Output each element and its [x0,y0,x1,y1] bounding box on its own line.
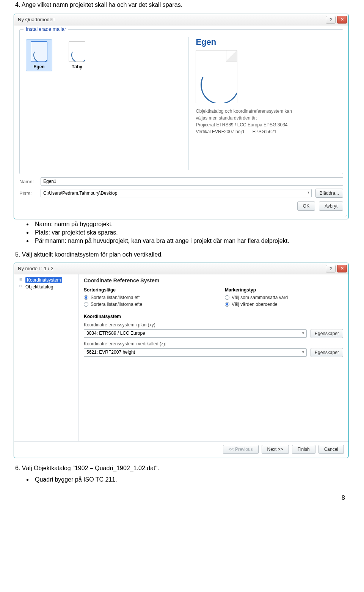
wizard-main-panel: Coordinate Reference System Sorteringslä… [78,274,348,441]
bullet-item: Quadri bygger på ISO TC 211. [33,476,349,483]
wizard-sidebar-tree: Koordinatsystem Objektkatalog [14,274,78,441]
template-preview-panel: Egen Objektkatalog och koordinatreferens… [188,37,339,170]
dialog-titlebar: Ny Quadrimodell ? ✕ [14,14,348,25]
new-quadrimodel-dialog: Ny Quadrimodell ? ✕ Installerade mallar … [14,14,349,219]
preview-title: Egen [196,37,339,47]
coord-section-heading: Koordinatsystem [84,314,343,319]
mark-option-2[interactable]: Välj värden oberoende [225,302,343,307]
panel-heading: Coordinate Reference System [84,277,343,283]
finish-button[interactable]: Finish [292,445,315,454]
sort-mode-label: Sorteringsläge [84,287,202,293]
z-properties-button[interactable]: Egenskaper [311,348,343,357]
step-5-text: 5. Välj aktuellt koordinatsystem för pla… [15,251,349,258]
name-label: Namn: [19,179,37,184]
preview-icon [196,50,237,103]
dialog-title: Ny modell : 1 / 2 [18,266,53,271]
template-item-taby[interactable]: Täby [64,39,90,71]
sort-option-1[interactable]: Sortera listan/listorna eft [84,295,202,300]
template-item-egen[interactable]: Egen [26,39,52,71]
template-label: Egen [33,64,44,69]
previous-button: << Previous [223,445,259,454]
step-6-text: 6. Välj Objektkatalog "1902 – Quadri_190… [15,465,349,472]
page-number: 8 [23,494,349,501]
mark-option-1[interactable]: Välj som sammansatta värd [225,295,343,300]
bullet-item: Pärmnamn: namn på huvudprojekt, kan vara… [33,238,349,244]
template-list: Egen Täby [24,37,182,170]
preview-desc: Objektkatalog och koordinatreferenssyste… [196,108,339,115]
template-label: Täby [72,64,82,69]
new-model-dialog: Ny modell : 1 / 2 ? ✕ Koordinatsystem Ob… [14,263,349,458]
tree-item-coordinate-system[interactable]: Koordinatsystem [20,277,76,283]
browse-button[interactable]: Bläddra... [315,189,343,198]
bullet-item: Namn: namn på byggprojekt. [33,221,349,228]
template-thumb-icon [69,41,85,62]
xy-label: Koordinatreferenssystem i plan (xy): [84,322,343,327]
close-button[interactable]: ✕ [337,265,347,272]
dialog-title: Ny Quadrimodell [18,17,55,22]
z-crs-select[interactable]: 5621: EVRF2007 height [84,348,307,357]
preview-row: Vertikal EVRF2007 höjdEPSG:5621 [196,128,339,135]
path-input[interactable] [41,189,312,197]
name-input[interactable] [41,177,343,186]
template-thumb-icon [31,41,47,62]
next-button[interactable]: Next >> [262,445,289,454]
sort-option-2[interactable]: Sortera listan/listorna efte [84,302,202,307]
step-4-text: 4. Ange vilket namn projektet skall ha o… [15,2,349,8]
bullet-list: Namn: namn på byggprojekt. Plats: var pr… [33,221,349,244]
bullet-list: Quadri bygger på ISO TC 211. [33,476,349,483]
resize-grip-icon[interactable]: ⋰ [14,215,348,219]
bullet-item: Plats: var projektet ska sparas. [33,229,349,236]
xy-crs-select[interactable]: 3034: ETRS89 / LCC Europe [84,329,307,338]
path-label: Plats: [19,191,37,196]
preview-desc: väljas men standardvärden är: [196,115,339,121]
xy-properties-button[interactable]: Egenskaper [311,329,343,338]
preview-row: Projicerat ETRS89 / LCC Europa EPSG:3034 [196,121,339,128]
dialog-titlebar: Ny modell : 1 / 2 ? ✕ [14,263,348,274]
ok-button[interactable]: OK [297,202,315,211]
mark-type-label: Markeringstyp [225,287,343,293]
cancel-button[interactable]: Cancel [318,445,344,454]
help-button[interactable]: ? [326,265,336,272]
close-button[interactable]: ✕ [337,16,347,24]
group-legend: Installerade mallar [24,26,68,32]
z-label: Koordinatreferenssystem i vertikalled (z… [84,341,343,346]
help-button[interactable]: ? [326,16,336,24]
cancel-button[interactable]: Avbryt [319,202,343,211]
installed-templates-group: Installerade mallar Egen Täby [19,29,343,174]
tree-item-object-catalog[interactable]: Objektkatalog [20,283,76,290]
